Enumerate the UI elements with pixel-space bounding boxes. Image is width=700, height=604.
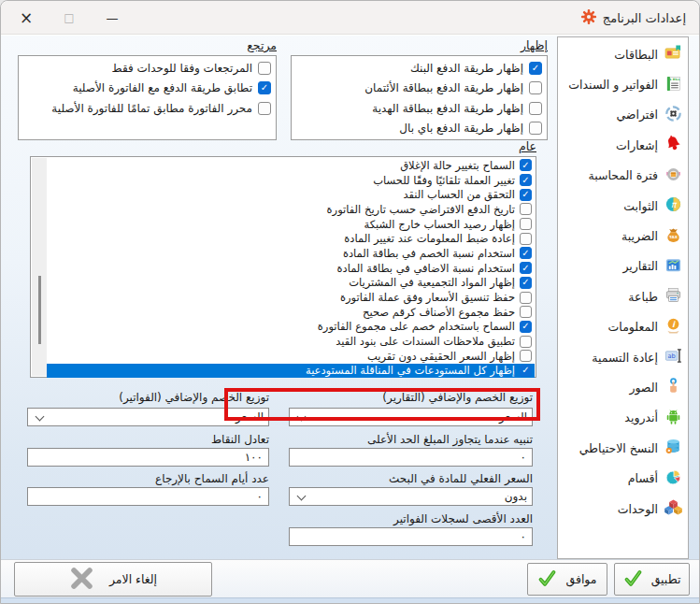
sidebar-item-units[interactable]: الوحدات <box>558 494 688 524</box>
checkbox-label[interactable]: إعادة ضبط المعلومات عند تغيير المادة <box>344 232 515 245</box>
list-item: إظهار رصيد الحساب خارج الشبكة <box>47 217 535 232</box>
close-icon[interactable]: × <box>12 1 40 35</box>
checkbox[interactable] <box>520 174 532 186</box>
checkbox[interactable] <box>520 203 532 215</box>
points-equivalence-input[interactable] <box>27 448 269 467</box>
checkbox[interactable] <box>258 62 271 75</box>
svg-text:TAX: TAX <box>669 235 679 239</box>
checkbox[interactable] <box>520 159 532 171</box>
checkbox-label[interactable]: حفظ مجموع الأصناف كرقم صحيح <box>363 306 515 319</box>
form-left-column: توزيع الخصم والإضافي (الفواتير) السعر تع… <box>27 386 269 506</box>
checkbox-label[interactable]: محرر الفاتورة مطابق تمامًا للفاتورة الأص… <box>51 102 252 115</box>
list-item: إعادة ضبط المعلومات عند تغيير المادة <box>47 231 535 246</box>
checkbox[interactable] <box>520 247 532 259</box>
sidebar-item-images[interactable]: الصور <box>558 372 688 402</box>
checkbox[interactable] <box>529 62 542 75</box>
checkbox-label[interactable]: تطبيق ملاحظات السندات على بنود القيد <box>336 335 515 348</box>
max-amount-alert-input[interactable] <box>289 448 533 467</box>
ok-button[interactable]: موافق <box>527 563 607 596</box>
images-press-icon <box>664 377 682 397</box>
list-item: إظهار السعر الحقيقي دون تقريب <box>47 349 535 364</box>
max-invoice-records-input[interactable] <box>289 527 533 546</box>
checkbox-label[interactable]: استخدام نسبة الخصم في بطاقة المادة <box>343 247 515 260</box>
checkbox[interactable] <box>258 102 271 115</box>
checkbox[interactable] <box>520 306 532 318</box>
checkbox-label[interactable]: تاريخ الدفع الافتراضي حسب تاريخ الفاتورة <box>327 203 515 216</box>
checkbox-label[interactable]: حفظ تنسيق الأسعار وفق عملة الفاتورة <box>340 291 515 304</box>
checkbox[interactable] <box>520 262 532 274</box>
return-allowed-days-input[interactable] <box>27 487 269 506</box>
checkbox-label[interactable]: المرتجعات وفقا للوحدات فقط <box>112 62 252 75</box>
group-general-box: السماح بتغيير حالة الإغلاق تغيير العملة … <box>30 156 536 378</box>
checkbox[interactable] <box>520 292 532 304</box>
sidebar: البطاقات BILL $ الفواتير و السندات افترا… <box>557 36 689 559</box>
checkbox-label[interactable]: إظهار طريقة الدفع ببطاقة الهدية <box>372 102 523 115</box>
checkbox[interactable] <box>529 122 542 135</box>
checkbox[interactable] <box>529 102 542 115</box>
checkbox[interactable] <box>520 218 532 230</box>
checkbox[interactable] <box>520 350 532 362</box>
checkbox[interactable] <box>520 365 532 377</box>
sidebar-item-constants[interactable]: π الثوابت <box>558 191 688 221</box>
sidebar-item-tax[interactable]: TAX الضريبة <box>558 221 688 251</box>
checkbox[interactable] <box>520 321 532 333</box>
list-item: السماح بتغيير حالة الإغلاق <box>47 158 535 173</box>
list-item: السماح باستخدام خصم على مجموع الفاتورة <box>47 320 535 335</box>
rename-icon: ab <box>664 347 682 367</box>
sidebar-item-android[interactable]: أندرويد <box>558 403 688 433</box>
checkbox-label[interactable]: تغيير العملة تلقائيًا وفقًا للحساب <box>373 174 515 187</box>
discount-distribution-invoices-select[interactable]: السعر <box>27 408 269 426</box>
checkbox-label[interactable]: إظهار طريقة الدفع ببطاقة الأئتمان <box>364 81 523 94</box>
checkbox[interactable] <box>258 81 271 94</box>
sidebar-item-invoices[interactable]: BILL $ الفواتير و السندات <box>558 69 688 99</box>
sidebar-item-label: فترة المحاسبة <box>589 168 659 182</box>
default-settings-icon <box>664 105 682 125</box>
checkbox-label[interactable]: إظهار رصيد الحساب خارج الشبكة <box>364 218 515 231</box>
sidebar-item-print[interactable]: طباعة <box>558 281 688 311</box>
list-item: حفظ تنسيق الأسعار وفق عملة الفاتورة <box>47 290 535 305</box>
checkbox-label[interactable]: استخدام نسبة الاضافي في بطاقة المادة <box>337 262 515 275</box>
sidebar-item-rename[interactable]: ab إعادة التسمية <box>558 342 688 372</box>
minimize-icon[interactable]: — <box>98 1 126 35</box>
invoices-icon: BILL $ <box>664 75 682 95</box>
checkbox[interactable] <box>520 277 532 289</box>
checkbox-label[interactable]: إظهار كل المستودعات في المناقلة المستودع… <box>306 364 515 377</box>
sidebar-item-information[interactable]: i المعلومات <box>558 312 688 342</box>
maximize-icon[interactable]: □ <box>55 1 83 35</box>
settings-dialog: إعدادات البرنامج × □ — <box>0 0 700 604</box>
checkbox[interactable] <box>520 336 532 348</box>
field-label: عدد أيام السماح بالإرجاع <box>27 472 269 485</box>
notifications-bell-icon <box>664 135 682 155</box>
checkbox[interactable] <box>520 233 532 245</box>
sidebar-item-cards[interactable]: البطاقات <box>558 39 688 69</box>
vertical-scrollbar[interactable] <box>32 158 47 376</box>
sidebar-item-label: المعلومات <box>608 320 658 334</box>
sidebar-item-default[interactable]: افتراضي <box>558 100 688 130</box>
scrollbar-thumb[interactable] <box>38 276 41 344</box>
checkbox-label[interactable]: تطابق طريقة الدفع مع الفاتورة الأصلية <box>73 81 252 94</box>
checkbox-label[interactable]: إظهار المواد التجميعية في المشتريات <box>349 276 515 289</box>
sidebar-item-label: التقارير <box>622 259 658 273</box>
sidebar-item-reports[interactable]: التقارير <box>558 252 688 281</box>
cancel-button[interactable]: إلغاء الامر <box>14 562 212 597</box>
green-check-icon <box>623 568 643 591</box>
sidebar-item-label: افتراضي <box>616 108 658 122</box>
checkbox[interactable] <box>529 81 542 94</box>
checkbox-label[interactable]: إظهار السعر الحقيقي دون تقريب <box>367 350 515 363</box>
checkbox-label[interactable]: التحقق من الحساب النقد <box>403 188 515 201</box>
sidebar-item-backup[interactable]: النسخ الاحتياطي <box>558 433 688 463</box>
checkbox-label[interactable]: إظهار طريقة الدفع باي بال <box>399 122 523 135</box>
checkbox-label[interactable]: السماح بتغيير حالة الإغلاق <box>400 159 515 172</box>
actual-price-search-select[interactable]: بدون <box>289 487 533 506</box>
sidebar-item-accounting-period[interactable]: فترة المحاسبة <box>558 161 688 191</box>
checkbox-label[interactable]: السماح باستخدام خصم على مجموع الفاتورة <box>318 320 515 333</box>
sections-pie-icon <box>664 468 682 489</box>
checkbox-label[interactable]: إظهار طريقة الدفع البنك <box>410 62 523 75</box>
field-label: السعر الفعلي للمادة في البحث <box>289 472 533 485</box>
sidebar-item-notifications[interactable]: إشعارات <box>558 130 688 160</box>
discount-distribution-reports-select[interactable]: السعر <box>289 408 533 426</box>
apply-button[interactable]: تطبيق <box>614 563 690 596</box>
checkbox[interactable] <box>520 189 532 201</box>
sidebar-item-sections[interactable]: أقسام <box>558 463 688 493</box>
field-label: العدد الأقصى لسجلات الفواتير <box>289 512 533 525</box>
